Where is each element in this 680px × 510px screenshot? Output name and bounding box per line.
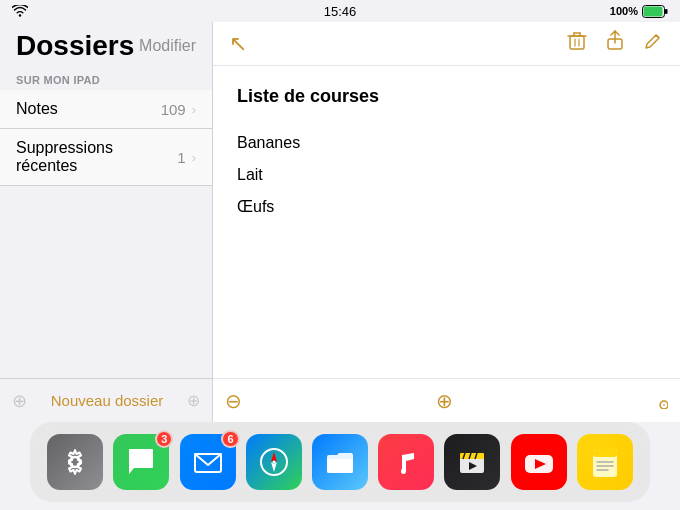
note-line-2: Lait (237, 159, 656, 191)
note-content: Liste de courses Bananes Lait Œufs (213, 66, 680, 422)
next-icon[interactable]: ⊕ (436, 389, 453, 413)
battery-label: 100% (610, 5, 638, 17)
sidebar-bottom-bar: ⊕ Nouveau dossier ⊕ (0, 378, 212, 422)
notes-app-icon (577, 434, 633, 490)
play-icon (522, 445, 556, 479)
message-bubble-icon (124, 445, 158, 479)
suppressions-right: 1 › (177, 149, 196, 166)
prev-icon[interactable]: ⊖ (225, 389, 242, 413)
compose-bottom-icon[interactable] (646, 387, 668, 414)
dock-item-settings[interactable] (45, 432, 105, 492)
envelope-icon (191, 445, 225, 479)
pen-icon (646, 387, 668, 409)
sidebar-item-suppressions[interactable]: Suppressions récentes 1 › (0, 129, 212, 186)
note-title: Liste de courses (237, 86, 656, 107)
section-label: SUR MON IPAD (0, 66, 212, 90)
notes-right: 109 › (161, 101, 196, 118)
notes-label: Notes (16, 100, 58, 118)
youtube-icon (511, 434, 567, 490)
share-button[interactable] (604, 30, 626, 57)
suppressions-chevron: › (192, 150, 196, 165)
note-line-1: Bananes (237, 127, 656, 159)
svg-line-13 (656, 35, 659, 38)
notes-chevron: › (192, 102, 196, 117)
files-icon (312, 434, 368, 490)
wifi-icon (12, 5, 28, 17)
svg-rect-4 (570, 36, 584, 49)
svg-point-18 (272, 461, 275, 464)
status-bar: 15:46 100% (0, 0, 680, 22)
content-area: ↖ (213, 22, 680, 422)
safari-icon (246, 434, 302, 490)
dock: 3 6 (30, 422, 650, 502)
content-toolbar: ↖ (213, 22, 680, 66)
notes-count: 109 (161, 101, 186, 118)
note-icon (389, 445, 423, 479)
gear-icon (59, 446, 91, 478)
dock-item-youtube[interactable] (509, 432, 569, 492)
content-bottom-bar: ⊖ ⊕ (213, 378, 680, 422)
svg-rect-2 (665, 9, 668, 14)
settings-icon (47, 434, 103, 490)
suppressions-label: Suppressions récentes (16, 139, 177, 175)
music-icon (378, 434, 434, 490)
sidebar-list: Notes 109 › Suppressions récentes 1 › (0, 90, 212, 186)
trash-button[interactable] (566, 30, 588, 57)
battery-icon (642, 5, 668, 18)
toolbar-left: ↖ (229, 31, 247, 57)
dock-item-files[interactable] (310, 432, 370, 492)
share-icon (604, 30, 626, 52)
clapperboard-icon (455, 445, 489, 479)
modifier-button[interactable]: Modifier (139, 37, 196, 55)
trash-icon (566, 30, 588, 52)
status-left (12, 5, 28, 17)
sidebar-bottom-right-icon: ⊕ (187, 391, 200, 410)
dock-item-clips[interactable] (442, 432, 502, 492)
back-arrow-icon[interactable]: ↖ (229, 31, 247, 57)
svg-point-0 (19, 14, 21, 16)
dock-item-notes[interactable] (575, 432, 635, 492)
folder-icon (323, 445, 357, 479)
clips-icon (444, 434, 500, 490)
compose-icon (642, 30, 664, 52)
note-line-3: Œufs (237, 191, 656, 223)
sidebar-header: Dossiers Modifier (0, 22, 212, 66)
toolbar-right (566, 30, 664, 57)
suppressions-count: 1 (177, 149, 185, 166)
dock-item-messages[interactable]: 3 (111, 432, 171, 492)
status-right: 100% (610, 5, 668, 18)
notepad-icon (588, 445, 622, 479)
svg-rect-30 (593, 449, 617, 457)
note-body: Bananes Lait Œufs (237, 127, 656, 223)
sidebar-bottom-left-icon: ⊕ (12, 390, 27, 412)
dock-item-safari[interactable] (244, 432, 304, 492)
edit-button[interactable] (642, 30, 664, 57)
mail-badge: 6 (221, 430, 239, 448)
svg-rect-3 (644, 6, 663, 16)
dock-item-mail[interactable]: 6 (178, 432, 238, 492)
sidebar-item-notes[interactable]: Notes 109 › (0, 90, 212, 129)
messages-badge: 3 (155, 430, 173, 448)
dock-item-music[interactable] (376, 432, 436, 492)
sidebar-title: Dossiers (16, 31, 134, 62)
status-time: 15:46 (324, 4, 357, 19)
sidebar: Dossiers Modifier SUR MON IPAD Notes 109… (0, 22, 213, 422)
compass-icon (256, 444, 292, 480)
new-folder-button[interactable]: Nouveau dossier (51, 392, 164, 409)
app-container: Dossiers Modifier SUR MON IPAD Notes 109… (0, 22, 680, 422)
